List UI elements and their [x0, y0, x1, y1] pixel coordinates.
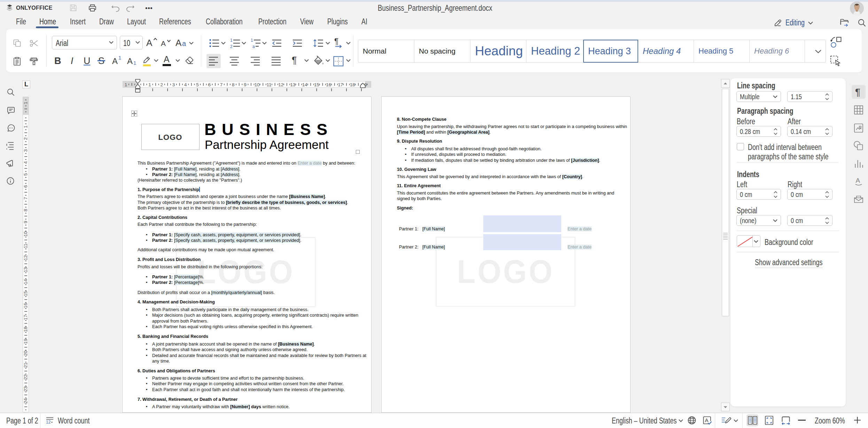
svg-text:11: 11 [23, 244, 28, 248]
svg-text:9: 9 [23, 221, 28, 223]
svg-text:3: 3 [172, 82, 175, 87]
svg-text:5: 5 [23, 173, 28, 176]
svg-text:12: 12 [46, 420, 51, 425]
svg-text:¶: ¶ [334, 37, 338, 46]
svg-text:A: A [856, 177, 860, 184]
svg-text:18: 18 [350, 82, 355, 87]
svg-text:A: A [161, 39, 166, 47]
svg-text:1: 1 [148, 82, 151, 87]
svg-text:9: 9 [244, 82, 247, 87]
svg-text:18: 18 [23, 327, 28, 332]
svg-text:2: 2 [160, 82, 163, 87]
svg-text:13: 13 [23, 267, 28, 272]
svg-text:19: 19 [23, 339, 28, 344]
svg-text:7: 7 [23, 197, 28, 200]
svg-text:21: 21 [23, 363, 28, 368]
svg-text:12: 12 [23, 255, 28, 260]
svg-text:22: 22 [23, 374, 28, 380]
svg-text:16: 16 [326, 82, 331, 87]
svg-text:2: 2 [230, 44, 233, 49]
svg-text:17: 17 [338, 82, 343, 87]
svg-text:7: 7 [220, 82, 223, 87]
svg-text:A: A [146, 38, 153, 48]
svg-text:1: 1 [125, 82, 127, 87]
svg-text:14: 14 [302, 82, 308, 87]
svg-text:24: 24 [23, 398, 28, 404]
svg-text:A: A [705, 417, 709, 423]
svg-text:17: 17 [23, 315, 28, 320]
svg-text:15: 15 [314, 82, 319, 87]
svg-text:13: 13 [290, 82, 295, 87]
svg-text:20: 20 [23, 350, 28, 356]
svg-text:1: 1 [23, 102, 28, 104]
svg-text:4: 4 [184, 82, 187, 87]
svg-text:a: a [182, 40, 186, 47]
svg-text:A: A [175, 38, 182, 48]
svg-text:10: 10 [23, 231, 28, 237]
svg-text:16: 16 [23, 303, 28, 308]
svg-text:11: 11 [266, 82, 271, 87]
svg-text:15: 15 [23, 291, 28, 296]
svg-text:14: 14 [23, 279, 28, 285]
svg-text:2: 2 [23, 137, 28, 140]
svg-text:12: 12 [278, 82, 283, 87]
svg-text:6: 6 [208, 82, 211, 87]
svg-text:1: 1 [23, 125, 28, 128]
svg-text:8: 8 [232, 82, 235, 87]
svg-text:6: 6 [23, 185, 28, 188]
svg-text:1: 1 [251, 38, 253, 43]
svg-text:23: 23 [23, 386, 28, 391]
svg-text:8: 8 [23, 209, 28, 212]
svg-text:3: 3 [23, 149, 28, 152]
svg-text:4: 4 [23, 161, 28, 164]
svg-text:a: a [252, 44, 255, 49]
svg-text:10: 10 [255, 82, 260, 87]
svg-text:1: 1 [230, 38, 233, 43]
svg-text:5: 5 [196, 82, 199, 87]
